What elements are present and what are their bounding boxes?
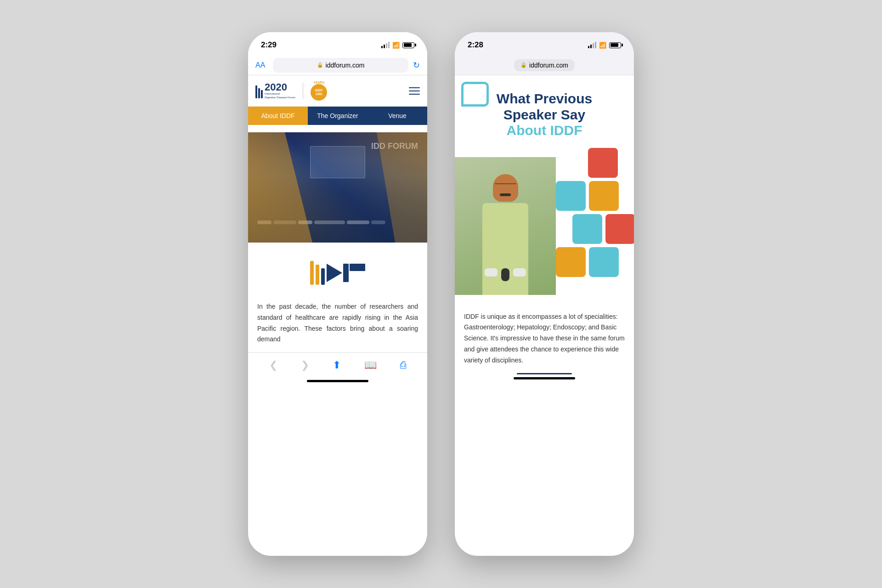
right-hand [513, 268, 526, 277]
years-text: YEARS [313, 81, 324, 84]
right-phone: 2:28 📶 🔒 iddforum.com What Previous [455, 32, 634, 556]
home-indicator-left [307, 380, 368, 382]
forward-button[interactable]: ❯ [301, 359, 309, 371]
status-time-right: 2:28 [468, 40, 483, 50]
address-text-right: iddforum.com [529, 62, 568, 69]
wifi-icon: 📶 [392, 42, 400, 49]
reload-icon[interactable]: ↻ [413, 60, 420, 70]
battery-icon-right [609, 42, 621, 48]
geo-blue-1 [556, 181, 586, 211]
iddf-bars [255, 84, 263, 98]
iddf-large-logo [310, 259, 365, 287]
heading-line2: Speaker Say [473, 107, 616, 123]
geo-shapes [556, 148, 634, 295]
svg-rect-2 [310, 261, 314, 285]
quote-text: IDDF is unique as it encompasses a lot o… [455, 304, 634, 373]
tabs-button[interactable]: ⎙ [400, 359, 406, 371]
conference-image: IDD FORUM [248, 132, 427, 243]
stage-screen [310, 146, 365, 178]
home-indicator-right [514, 377, 575, 379]
anniversary-logo: YEARS IDDF10th [311, 81, 327, 101]
geo-orange-2 [556, 247, 586, 277]
chat-bubble-deco [461, 82, 489, 107]
logo-section [248, 250, 427, 294]
body-text-left: In the past decade, the number of resear… [248, 294, 427, 352]
address-text-left: iddforum.com [326, 62, 365, 69]
bookmarks-button[interactable]: 📖 [364, 359, 377, 371]
iddf-subtitle: InternationalDigestive Disease Forum [265, 92, 295, 100]
left-hand [485, 268, 498, 277]
heading-section: What Previous Speaker Say About IDDF [455, 75, 634, 139]
svg-marker-1 [377, 132, 427, 243]
svg-rect-4 [321, 268, 325, 285]
geo-red-1 [588, 148, 618, 178]
site-header: 2020 InternationalDigestive Disease Foru… [248, 75, 427, 107]
bottom-toolbar-left: ❮ ❯ ⬆ 📖 ⎙ [248, 352, 427, 377]
back-button[interactable]: ❮ [269, 359, 277, 371]
doctor-body [482, 203, 528, 295]
aa-label: AA [255, 61, 268, 69]
status-icons-right: 📶 [588, 42, 621, 49]
logo-divider [303, 83, 303, 99]
svg-rect-6 [343, 264, 349, 282]
hamburger-menu[interactable] [409, 87, 420, 95]
tab-about-iddf[interactable]: About IDDF [248, 107, 308, 125]
geo-red-2 [605, 214, 634, 244]
badge-text: IDDF10th [315, 89, 322, 96]
address-input-left[interactable]: 🔒 iddforum.com [273, 58, 408, 73]
share-button[interactable]: ⬆ [333, 359, 341, 371]
status-bar-right: 2:28 📶 [455, 32, 634, 55]
status-bar-left: 2:29 📶 [248, 32, 427, 55]
wifi-icon-right: 📶 [599, 42, 606, 49]
address-pill: 🔒 iddforum.com [514, 59, 575, 71]
doctor-shape [482, 165, 528, 295]
speaker-section [455, 148, 634, 295]
svg-rect-7 [350, 264, 365, 271]
geo-orange-1 [589, 181, 619, 211]
quote-paragraph: IDDF is unique as it encompasses a lot o… [464, 311, 625, 366]
left-phone: 2:29 📶 AA 🔒 iddforum.com ↻ [248, 32, 427, 556]
nav-tabs: About IDDF The Organizer Venue [248, 107, 427, 125]
lock-icon-right: 🔒 [520, 62, 527, 68]
tab-organizer[interactable]: The Organizer [308, 107, 368, 125]
doctor-hands [485, 268, 526, 281]
logo-area: 2020 InternationalDigestive Disease Foru… [255, 81, 327, 101]
iddf-year-text: 2020 [265, 82, 295, 92]
status-time-left: 2:29 [261, 40, 277, 50]
right-phone-content: What Previous Speaker Say About IDDF [455, 75, 634, 374]
battery-icon [402, 42, 414, 48]
heading-line3: About IDDF [473, 123, 616, 139]
doctor-head [493, 174, 518, 202]
endoscope [501, 268, 509, 281]
svg-rect-3 [316, 265, 319, 285]
geo-blue-2 [572, 214, 602, 244]
svg-marker-5 [327, 264, 342, 282]
speaker-photo [455, 157, 556, 295]
signal-icon-right [588, 42, 596, 48]
iddf-logo: 2020 InternationalDigestive Disease Foru… [255, 82, 295, 100]
svg-marker-0 [248, 132, 312, 243]
tab-venue[interactable]: Venue [368, 107, 427, 125]
signal-icon [381, 42, 390, 48]
underline-bar [517, 373, 572, 374]
status-icons-left: 📶 [381, 42, 414, 49]
anniversary-badge: IDDF10th [311, 84, 327, 101]
heading-line1: What Previous [473, 91, 616, 107]
lock-icon: 🔒 [317, 62, 323, 68]
address-bar-left[interactable]: AA 🔒 iddforum.com ↻ [248, 55, 427, 75]
address-bar-right[interactable]: 🔒 iddforum.com [455, 55, 634, 75]
geo-blue-3 [589, 247, 619, 277]
